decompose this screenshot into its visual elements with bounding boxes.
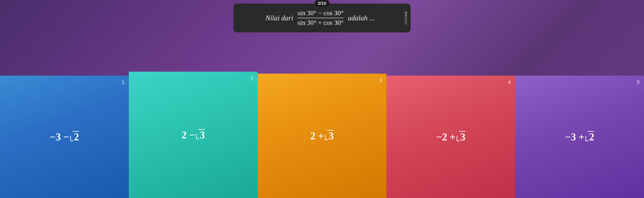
sqrt-symbol-1: 2	[70, 131, 79, 143]
question-text: Nilai dari sin 30° − cos 30° sin 30° + c…	[266, 9, 374, 27]
sqrt-sign-2: 3	[196, 129, 205, 141]
sqrt-symbol-2: 3	[196, 129, 205, 141]
scroll-down-icon[interactable]: ▼	[405, 15, 407, 17]
sqrt-num-1: 2	[74, 131, 79, 143]
answer-card-1[interactable]: 1 −3 − 2	[0, 76, 129, 198]
sqrt-num-5: 2	[589, 131, 594, 143]
progress-badge: 2/10	[315, 0, 330, 7]
sqrt-num-4: 3	[460, 131, 465, 143]
sqrt-sign-5: 2	[586, 131, 594, 143]
fraction-line	[298, 18, 344, 18]
sqrt-num-2: 3	[200, 129, 205, 141]
scroll-up-icon[interactable]: ▲	[405, 12, 407, 14]
sqrt-sign-3: 3	[325, 130, 334, 142]
card-formula-2: 2 − 3	[182, 129, 205, 141]
sqrt-symbol-3: 3	[325, 130, 334, 142]
sqrt-sign-4: 3	[457, 131, 465, 143]
answer-card-3[interactable]: 3 2 + 3	[258, 74, 386, 198]
question-bar: 2/10 Nilai dari sin 30° − cos 30° sin 30…	[234, 4, 410, 32]
card-number-2: 2	[250, 75, 253, 81]
card-number-5: 5	[637, 79, 640, 85]
formula-text-4: −2 +	[436, 131, 456, 143]
fraction-denominator: sin 30° + cos 30°	[298, 19, 344, 27]
card-number-4: 4	[508, 79, 511, 85]
card-number-1: 1	[122, 79, 124, 85]
sqrt-sign-1: 2	[70, 131, 79, 143]
fraction-numerator: sin 30° − cos 30°	[298, 9, 344, 17]
answer-card-4[interactable]: 4 −2 + 3	[386, 76, 515, 198]
question-prefix: Nilai dari	[266, 14, 293, 22]
sqrt-symbol-5: 2	[586, 131, 594, 143]
scrollbar[interactable]: ▲ ▼	[405, 11, 407, 25]
card-number-3: 3	[379, 77, 382, 83]
formula-text-2: 2 −	[182, 129, 195, 141]
question-suffix: adalah ...	[348, 14, 374, 22]
cards-container: 1 −3 − 2 2 2 − 3 3 2 +	[0, 64, 644, 198]
formula-text-5: −3 +	[565, 131, 584, 143]
formula-text-1: −3 −	[50, 131, 69, 143]
card-formula-5: −3 + 2	[565, 131, 594, 143]
card-formula-1: −3 − 2	[50, 131, 79, 143]
card-formula-3: 2 + 3	[310, 130, 334, 142]
card-formula-4: −2 + 3	[436, 131, 465, 143]
answer-card-2[interactable]: 2 2 − 3	[129, 72, 258, 198]
answer-card-5[interactable]: 5 −3 + 2	[515, 76, 644, 198]
formula-text-3: 2 +	[310, 130, 324, 142]
sqrt-num-3: 3	[328, 130, 334, 142]
question-fraction: sin 30° − cos 30° sin 30° + cos 30°	[298, 9, 344, 27]
sqrt-symbol-4: 3	[457, 131, 465, 143]
